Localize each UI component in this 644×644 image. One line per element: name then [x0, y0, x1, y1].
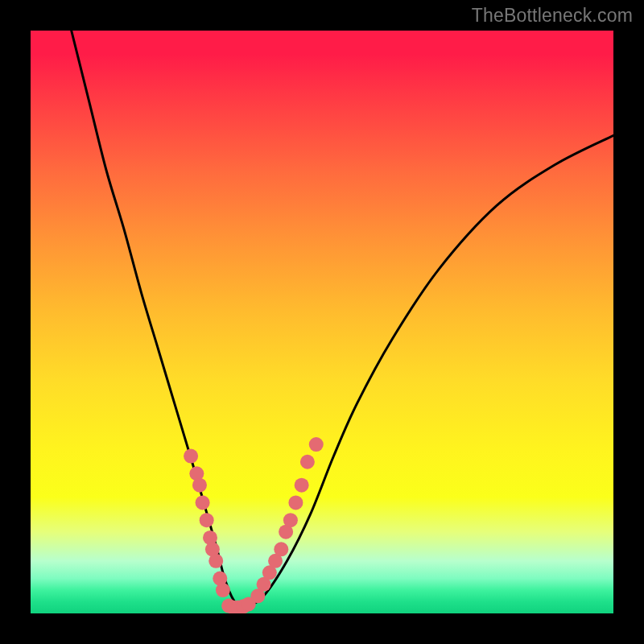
- data-point: [192, 478, 207, 493]
- data-point: [309, 437, 324, 452]
- bottleneck-curve: [72, 31, 613, 609]
- watermark-label: TheBottleneck.com: [472, 5, 633, 27]
- data-point: [288, 495, 303, 510]
- plot-area: [31, 31, 613, 613]
- data-point: [300, 455, 315, 469]
- data-point: [216, 583, 230, 597]
- data-point: [208, 554, 223, 568]
- curve-layer: [31, 31, 613, 613]
- chart-stage: TheBottleneck.com: [0, 0, 644, 644]
- data-point: [274, 542, 288, 556]
- data-point: [283, 513, 298, 527]
- data-point: [295, 478, 309, 493]
- data-point: [200, 513, 214, 527]
- data-point: [196, 495, 210, 510]
- data-point: [184, 449, 198, 464]
